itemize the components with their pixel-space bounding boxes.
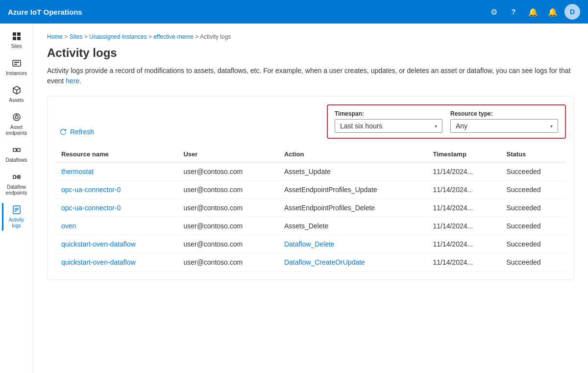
cell-resource-name[interactable]: opc-ua-connector-0	[55, 181, 177, 199]
activity-logs-table-container: Resource name User Action Timestamp Stat…	[55, 147, 566, 272]
cell-action[interactable]: Dataflow_Delete	[278, 235, 427, 253]
topnav-icons: ⚙ ? 🔔 🔔 D	[486, 4, 580, 20]
breadcrumb-current: Activity logs	[200, 33, 231, 40]
timespan-label: Timespan:	[335, 110, 442, 117]
col-resource-name: Resource name	[55, 147, 177, 162]
sidebar-item-dataflows[interactable]: Dataflows	[2, 141, 31, 167]
cell-user: user@contoso.com	[177, 217, 278, 235]
cell-action[interactable]: Dataflow_CreateOrUpdate	[278, 253, 427, 272]
cell-resource-name[interactable]: thermostat	[55, 162, 177, 181]
cell-user: user@contoso.com	[177, 253, 278, 272]
activity-logs-icon	[12, 205, 22, 216]
cell-resource-name[interactable]: opc-ua-connector-0	[55, 199, 177, 217]
col-timestamp: Timestamp	[427, 147, 500, 162]
svg-rect-4	[13, 60, 21, 66]
activity-logs-card: Refresh Timespan: Last six hours ▾ Resou…	[47, 96, 574, 280]
table-row: opc-ua-connector-0 user@contoso.com Asse…	[55, 199, 566, 217]
svg-rect-1	[17, 32, 21, 36]
table-row: oven user@contoso.com Assets_Delete 11/1…	[55, 217, 566, 235]
refresh-label: Refresh	[70, 128, 94, 136]
sites-icon	[12, 31, 22, 43]
cell-user: user@contoso.com	[177, 162, 278, 181]
svg-rect-6	[14, 64, 17, 65]
sidebar-dataflow-endpoints-label: Dataflow endpoints	[4, 184, 29, 196]
sidebar-sites-label: Sites	[11, 44, 22, 50]
resource-type-filter: Resource type: Any ▾	[450, 110, 558, 133]
col-status: Status	[501, 147, 566, 162]
main-content: Home > Sites > Unassigned instances > ef…	[33, 24, 588, 373]
sidebar-item-assets[interactable]: Assets	[2, 81, 31, 107]
cell-status: Succeeded	[501, 199, 566, 217]
sidebar-item-activity-logs[interactable]: Activity logs	[2, 201, 31, 233]
cell-timestamp: 11/14/2024...	[427, 181, 500, 199]
sidebar-item-asset-endpoints[interactable]: Asset endpoints	[2, 108, 31, 140]
cell-action: AssetEndpointProfiles_Delete	[278, 199, 427, 217]
table-row: quickstart-oven-dataflow user@contoso.co…	[55, 235, 566, 253]
breadcrumb: Home > Sites > Unassigned instances > ef…	[47, 33, 574, 40]
cell-status: Succeeded	[501, 235, 566, 253]
help-icon[interactable]: ?	[506, 4, 521, 20]
col-action: Action	[278, 147, 427, 162]
refresh-button[interactable]: Refresh	[55, 125, 98, 139]
table-row: opc-ua-connector-0 user@contoso.com Asse…	[55, 181, 566, 199]
table-row: quickstart-oven-dataflow user@contoso.co…	[55, 253, 566, 272]
sidebar-asset-endpoints-label: Asset endpoints	[4, 124, 29, 136]
breadcrumb-sep3: >	[148, 33, 153, 40]
cell-timestamp: 11/14/2024...	[427, 217, 500, 235]
feedback-bell-icon[interactable]: 🔔	[525, 4, 541, 20]
settings-icon[interactable]: ⚙	[486, 4, 502, 20]
svg-rect-5	[14, 62, 19, 63]
svg-point-8	[15, 116, 18, 119]
breadcrumb-effective-meme[interactable]: effective-meme	[153, 33, 194, 40]
svg-rect-0	[13, 32, 16, 36]
refresh-icon	[59, 128, 67, 136]
cell-action: AssetEndpointProfiles_Update	[278, 181, 427, 199]
cell-timestamp: 11/14/2024...	[427, 199, 500, 217]
sidebar-assets-label: Assets	[9, 98, 24, 103]
dataflow-endpoints-icon	[12, 172, 22, 183]
cell-resource-name[interactable]: oven	[55, 217, 177, 235]
breadcrumb-home[interactable]: Home	[47, 33, 63, 40]
cell-user: user@contoso.com	[177, 199, 278, 217]
dataflows-icon	[12, 145, 22, 156]
cell-status: Succeeded	[501, 181, 566, 199]
cell-resource-name[interactable]: quickstart-oven-dataflow	[55, 235, 177, 253]
sidebar-item-dataflow-endpoints[interactable]: Dataflow endpoints	[2, 168, 31, 200]
assets-icon	[12, 85, 22, 97]
top-navigation: Azure IoT Operations ⚙ ? 🔔 🔔 D	[0, 0, 588, 24]
avatar[interactable]: D	[564, 4, 580, 20]
breadcrumb-sep2: >	[84, 33, 89, 40]
resource-type-select[interactable]: Any ▾	[450, 119, 558, 133]
svg-point-10	[18, 176, 20, 178]
table-header-row: Resource name User Action Timestamp Stat…	[55, 147, 566, 162]
cell-status: Succeeded	[501, 253, 566, 272]
timespan-filter: Timespan: Last six hours ▾	[335, 110, 442, 133]
notification-bell-icon[interactable]: 🔔	[545, 4, 561, 20]
instances-icon	[12, 58, 22, 70]
timespan-select[interactable]: Last six hours ▾	[335, 119, 442, 133]
toolbar: Refresh Timespan: Last six hours ▾ Resou…	[55, 104, 566, 139]
cell-resource-name[interactable]: quickstart-oven-dataflow	[55, 253, 177, 272]
svg-rect-3	[17, 37, 21, 40]
resource-type-chevron-icon: ▾	[550, 124, 553, 129]
sidebar-item-sites[interactable]: Sites	[2, 27, 31, 53]
col-user: User	[177, 147, 278, 162]
sidebar: Sites Instances Assets Asset endpoints D…	[0, 24, 33, 373]
breadcrumb-sep1: >	[64, 33, 69, 40]
sidebar-activity-logs-label: Activity logs	[4, 217, 29, 229]
filter-group: Timespan: Last six hours ▾ Resource type…	[327, 104, 566, 139]
breadcrumb-sites[interactable]: Sites	[70, 33, 83, 40]
page-description: Activity logs provide a record of modifi…	[47, 66, 574, 86]
svg-rect-2	[13, 37, 16, 40]
cell-timestamp: 11/14/2024...	[427, 235, 500, 253]
asset-endpoints-icon	[12, 112, 22, 124]
timespan-value: Last six hours	[340, 122, 382, 130]
sidebar-item-instances[interactable]: Instances	[2, 54, 31, 80]
breadcrumb-unassigned-instances[interactable]: Unassigned instances	[89, 33, 147, 40]
cell-user: user@contoso.com	[177, 181, 278, 199]
description-here-link[interactable]: here.	[66, 77, 81, 85]
timespan-chevron-icon: ▾	[435, 124, 437, 129]
cell-status: Succeeded	[501, 162, 566, 181]
cell-user: user@contoso.com	[177, 235, 278, 253]
sidebar-instances-label: Instances	[6, 71, 27, 76]
